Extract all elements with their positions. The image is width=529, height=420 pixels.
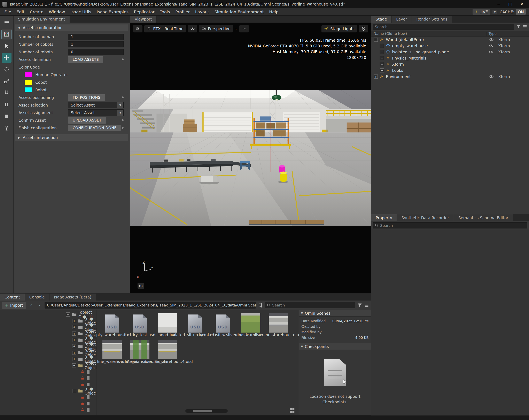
path-field[interactable]: C:/Users/Angela/Desktop/User_Extensions/… — [45, 302, 256, 309]
menu-create[interactable]: Create — [27, 9, 46, 14]
folder-item[interactable]: + [object Object] — [0, 324, 96, 330]
viewport-options-button[interactable] — [133, 25, 143, 32]
type-column-header[interactable]: Type — [486, 32, 527, 36]
expand-toggle[interactable]: + — [380, 44, 384, 48]
content-search[interactable] — [265, 302, 355, 308]
menu-edit[interactable]: Edit — [14, 9, 27, 14]
visibility-eye-icon[interactable] — [489, 50, 498, 53]
assets-configuration-section[interactable]: ▼ Assets configuration — [15, 24, 128, 31]
folder-item[interactable]: + [object Object] — [0, 349, 96, 356]
expand-toggle[interactable]: + — [380, 62, 384, 66]
locked-file-item[interactable] — [0, 407, 96, 413]
fix-positions-button[interactable]: FIX POSITIONS — [68, 94, 105, 101]
menu-profiler[interactable]: Profiler — [173, 9, 192, 14]
number-of-robots-input[interactable]: 0 — [68, 49, 124, 55]
property-search-input[interactable] — [380, 223, 525, 228]
live-sync-button[interactable]: LIVE — [473, 9, 490, 15]
menu-tools[interactable]: Tools — [157, 9, 173, 14]
asset-selection-dropdown[interactable]: Select Asset ▼ — [68, 102, 124, 108]
location-pin-button[interactable] — [359, 25, 368, 32]
filter-funnel-icon[interactable] — [516, 24, 521, 29]
property-search[interactable] — [373, 222, 527, 228]
stage-row-looks[interactable]: + Looks — [371, 67, 529, 74]
camera-selector[interactable]: Perspective — [199, 25, 233, 32]
gesture-tool-icon[interactable] — [2, 123, 12, 133]
folder-item[interactable]: + [object Object] — [0, 343, 96, 349]
back-button[interactable]: ‹ — [28, 302, 34, 308]
viewport-3d-area[interactable]: RTX - Real-Time Perspective › — [130, 23, 371, 293]
reset-dot[interactable] — [122, 96, 124, 98]
broadcast-button[interactable] — [239, 25, 249, 32]
configuration-done-button[interactable]: CONFIGURATION DONE — [68, 125, 121, 131]
stage-search-input[interactable] — [375, 25, 512, 29]
menu-simulation-environment[interactable]: Simulation Environment — [212, 9, 266, 14]
stop-button-icon[interactable] — [2, 111, 12, 121]
expand-toggle[interactable]: + — [380, 50, 384, 54]
checkpoints-section-header[interactable]: ▼ Checkpoints — [299, 343, 371, 350]
toolbar-menu-icon[interactable] — [2, 18, 12, 27]
number-of-human-input[interactable]: 1 — [68, 34, 124, 40]
tab-console[interactable]: Console — [25, 294, 50, 301]
renderer-selector[interactable]: RTX - Real-Time — [144, 25, 186, 32]
tab-property[interactable]: Property — [371, 214, 397, 221]
load-assets-button[interactable]: LOAD ASSETS — [68, 56, 103, 63]
warehouse-scene[interactable] — [130, 90, 371, 226]
folder-item[interactable]: − [object Object] — [0, 362, 96, 368]
live-dropdown-chevron[interactable]: ▼ — [492, 10, 497, 14]
stage-row-physics-materials[interactable]: + Physics_Materials — [371, 55, 529, 61]
menu-layout[interactable]: Layout — [192, 9, 212, 14]
name-column-header[interactable]: Name (Old to New) — [374, 32, 486, 36]
tab-content[interactable]: Content — [0, 294, 25, 301]
locked-file-item[interactable] — [0, 368, 96, 375]
menu-isaac-examples[interactable]: Isaac Examples — [94, 9, 131, 14]
snap-tool-icon[interactable] — [2, 88, 12, 98]
bookmark-icon[interactable] — [258, 303, 263, 308]
grid-view-icon[interactable] — [289, 408, 295, 413]
file-item[interactable]: USD empty_warehouse.usd — [98, 313, 126, 339]
expand-toggle[interactable]: + — [380, 68, 384, 72]
number-of-cobots-input[interactable]: 1 — [68, 41, 124, 47]
expand-toggle[interactable]: + — [374, 75, 378, 79]
locked-file-item[interactable] — [0, 394, 96, 400]
content-search-input[interactable] — [272, 303, 353, 307]
folder-item[interactable]: + [object Object] — [0, 356, 96, 362]
pause-button-icon[interactable] — [2, 100, 12, 109]
file-item[interactable]: silverline_warehou...4.usd — [154, 339, 181, 366]
move-tool-icon[interactable] — [2, 53, 12, 63]
close-button[interactable]: × — [517, 1, 527, 7]
stage-row-environment[interactable]: + Environment Xform — [371, 74, 529, 80]
stage-row-xform[interactable]: + Xform — [371, 61, 529, 67]
tab-synthetic-data-recorder[interactable]: Synthetic Data Recorder — [397, 214, 454, 221]
reset-dot[interactable] — [122, 119, 124, 121]
tab-viewport[interactable]: Viewport — [130, 16, 157, 23]
expand-toggle[interactable]: + — [380, 56, 384, 60]
reset-dot[interactable] — [122, 127, 124, 129]
file-item[interactable]: silverline_warehou...e.usd — [264, 313, 292, 339]
visibility-eye-icon[interactable] — [489, 44, 498, 47]
collapse-toggle[interactable]: − — [374, 38, 378, 42]
asset-assignment-dropdown[interactable]: Select Asset ▼ — [68, 109, 124, 116]
minimize-button[interactable]: − — [494, 1, 503, 7]
tab-stage[interactable]: Stage — [371, 16, 392, 23]
view-options-icon[interactable] — [364, 303, 369, 308]
forward-button[interactable]: › — [36, 302, 42, 308]
stage-row-world[interactable]: − World (defaultPrim) Xform — [371, 37, 529, 43]
stage-search[interactable] — [373, 24, 514, 30]
slider-thumb[interactable] — [193, 410, 212, 412]
folder-item[interactable]: + [object Object] — [0, 330, 96, 337]
stage-row-isolated-sil[interactable]: + isolated_sil_no_ground_plane Xform — [371, 49, 529, 55]
tab-render-settings[interactable]: Render Settings — [412, 16, 452, 23]
menu-replicator[interactable]: Replicator — [131, 9, 157, 14]
assets-interaction-section[interactable]: ▶ Assets interaction — [15, 134, 128, 141]
menu-window[interactable]: Window — [46, 9, 68, 14]
reset-dot[interactable] — [122, 58, 124, 60]
stage-row-empty-warehouse[interactable]: + empty_warehouse Xform — [371, 43, 529, 49]
visibility-eye-icon[interactable] — [489, 75, 498, 78]
visibility-eye-icon[interactable] — [489, 38, 498, 41]
rotate-tool-icon[interactable] — [2, 65, 12, 74]
maximize-button[interactable]: □ — [506, 1, 515, 7]
mode-icon[interactable] — [2, 29, 12, 39]
cache-toggle[interactable]: ON — [516, 9, 526, 14]
unit-indicator[interactable]: m — [138, 283, 144, 289]
locked-file-item[interactable] — [0, 375, 96, 381]
